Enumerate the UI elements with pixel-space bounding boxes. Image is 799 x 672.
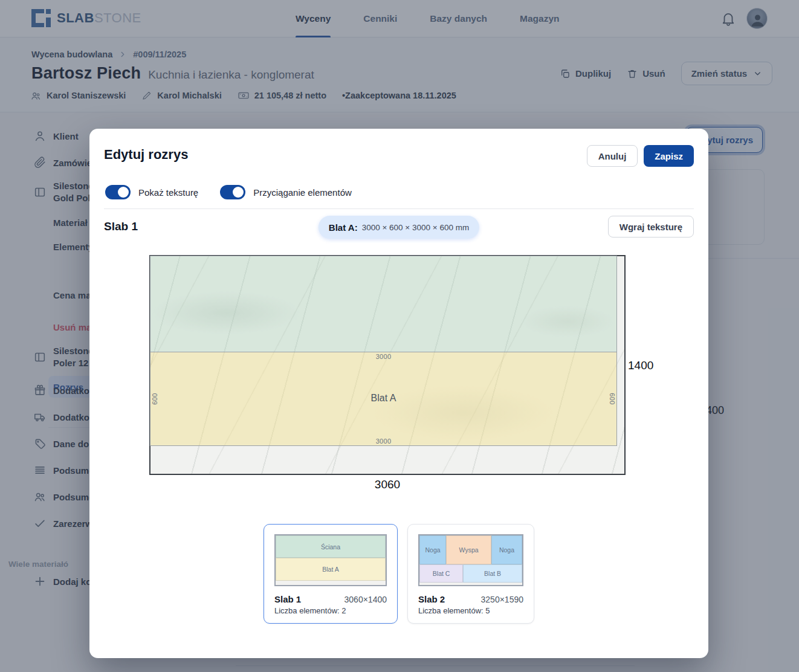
dimension-label: 3000 (150, 438, 616, 445)
cancel-button[interactable]: Anuluj (587, 145, 638, 167)
modal-divider (104, 208, 694, 209)
show-texture-toggle[interactable]: Pokaż teksturę (105, 185, 198, 199)
slab-1-preview: Ściana Blat A (274, 534, 387, 586)
element-dimensions-badge[interactable]: Blat A:3000 × 600 × 3000 × 600 mm (319, 216, 479, 239)
slab-heading: Slab 1 (104, 220, 138, 233)
toggle-label: Przyciąganie elementów (253, 187, 352, 198)
toggle-switch-on[interactable] (220, 185, 245, 199)
save-button[interactable]: Zapisz (644, 145, 694, 167)
preview-region: Ściana (276, 535, 386, 558)
slab-dimensions: 3250×1590 (481, 595, 523, 604)
preview-region: Blat B (463, 564, 522, 583)
edit-layout-modal: Edytuj rozrys Anuluj Zapisz Pokaż tekstu… (89, 129, 708, 658)
preview-region: Blat C (419, 564, 463, 583)
slab-name: Slab 1 (274, 594, 301, 604)
app-screen: SLABSTONE Wyceny Cenniki Bazy danych Mag… (0, 0, 799, 672)
dimension-label: 3000 (150, 353, 616, 360)
upload-texture-button[interactable]: Wgraj teksturę (608, 216, 694, 237)
preview-region: Wyspa (446, 535, 491, 564)
slab-thumbnails: Ściana Blat A Slab 1 3060×1400 Liczba el… (264, 524, 534, 624)
slab-element-count: Liczba elementów: 5 (418, 606, 523, 615)
slab-canvas[interactable]: 3000 3000 600 600 Blat A (149, 255, 626, 475)
slab-2-preview: Noga Wyspa Noga Blat C Blat B (418, 534, 523, 586)
slab-dimensions: 3060×1400 (345, 595, 387, 604)
slab-element-count: Liczba elementów: 2 (274, 606, 387, 615)
modal-title: Edytuj rozrys (104, 147, 188, 163)
slab-thumbnail-2[interactable]: Noga Wyspa Noga Blat C Blat B Slab 2 325… (407, 524, 534, 624)
preview-region: Noga (419, 535, 446, 564)
preview-region: Blat A (276, 558, 386, 581)
toggle-label: Pokaż teksturę (138, 187, 198, 198)
element-sciana[interactable] (150, 256, 617, 352)
element-blat-a[interactable]: 3000 3000 600 600 Blat A (150, 352, 617, 446)
toggle-switch-on[interactable] (105, 185, 131, 199)
snap-elements-toggle[interactable]: Przyciąganie elementów (220, 185, 352, 199)
slab-thumbnail-1[interactable]: Ściana Blat A Slab 1 3060×1400 Liczba el… (264, 524, 398, 624)
slab-name: Slab 2 (418, 594, 445, 604)
preview-region: Noga (491, 535, 522, 564)
slab-height-dimension: 1400 (628, 359, 653, 372)
element-label: Blat A (150, 393, 616, 404)
slab-width-dimension: 3060 (149, 478, 626, 491)
